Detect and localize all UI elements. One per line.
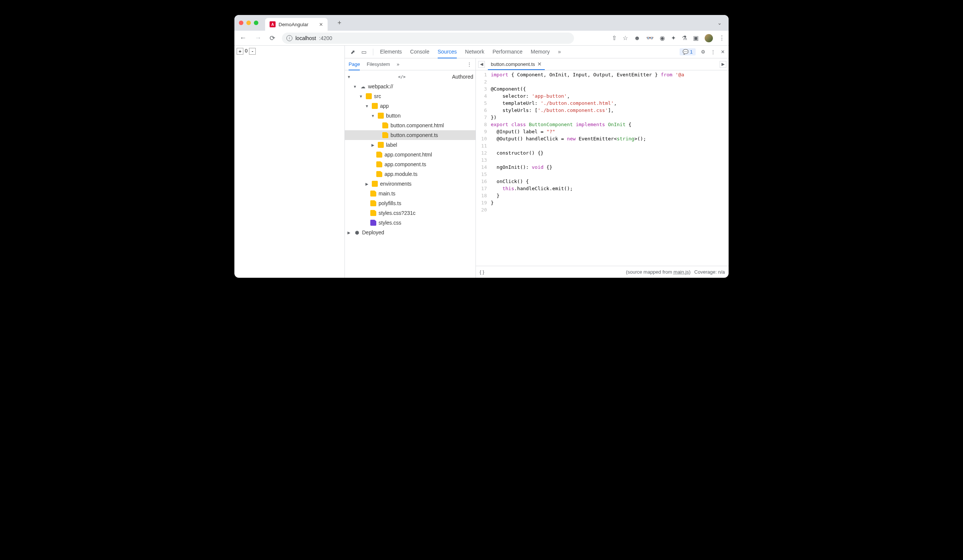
titlebar: A DemoAngular ✕ + ⌄ (234, 15, 729, 31)
close-window-button[interactable] (239, 21, 243, 25)
minimize-window-button[interactable] (246, 21, 251, 25)
labs-icon[interactable]: ⚗ (682, 34, 687, 42)
nav-tab-filesystem[interactable]: Filesystem (366, 59, 390, 70)
tab-sources[interactable]: Sources (438, 46, 457, 58)
tree-app-ts[interactable]: app.component.ts (345, 159, 475, 169)
tree-authored[interactable]: ▼</>Authored (345, 72, 475, 82)
nav-tab-page[interactable]: Page (349, 59, 360, 70)
settings-icon[interactable]: ⚙ (701, 49, 705, 55)
close-tab-button[interactable]: ✕ (319, 22, 323, 28)
site-info-icon[interactable]: i (287, 35, 292, 41)
tree-button-html[interactable]: button.component.html (345, 121, 475, 130)
tree-main-ts[interactable]: main.ts (345, 189, 475, 198)
editor-footer: { } (source mapped from main.js) Coverag… (476, 266, 729, 278)
toolbar-actions: ⇧ ☆ ☻ 👓 ◉ ✦ ⚗ ▣ ⋮ (612, 34, 725, 42)
tab-elements[interactable]: Elements (380, 46, 402, 58)
devtools-tabbar: ⬈ ▭ Elements Console Sources Network Per… (345, 46, 729, 58)
more-tabs-icon[interactable]: » (558, 46, 561, 58)
toggle-nav-icon[interactable]: ◀ (478, 61, 485, 68)
devtools-kebab-icon[interactable]: ⋮ (711, 49, 715, 55)
extension-icon-2[interactable]: 👓 (646, 34, 654, 42)
extension-icon-1[interactable]: ☻ (634, 35, 640, 42)
share-icon[interactable]: ⇧ (612, 34, 617, 42)
tree-button-folder[interactable]: ▼button (345, 111, 475, 121)
source-map-link[interactable]: main.js (674, 269, 689, 275)
forward-button[interactable]: → (253, 33, 263, 43)
editor-tab-active[interactable]: button.component.ts ✕ (488, 59, 545, 70)
traffic-lights (239, 21, 258, 25)
increment-button[interactable]: + (237, 48, 243, 55)
profile-avatar[interactable] (705, 34, 713, 42)
tab-console[interactable]: Console (410, 46, 429, 58)
source-editor: ◀ button.component.ts ✕ ▶ 1 2 3 4 5 6 7 … (476, 58, 729, 278)
reload-button[interactable]: ⟳ (268, 33, 277, 43)
tab-network[interactable]: Network (465, 46, 484, 58)
nav-more-icon[interactable]: » (397, 59, 399, 70)
decrement-button[interactable]: - (249, 48, 256, 55)
maximize-window-button[interactable] (254, 21, 258, 25)
url-host: localhost (295, 35, 316, 41)
angular-icon: A (269, 21, 276, 28)
url-port: :4200 (319, 35, 332, 41)
main-content: + 0 - ⬈ ▭ Elements Console Sources Netwo… (234, 46, 729, 278)
kebab-menu-icon[interactable]: ⋮ (719, 34, 725, 42)
browser-window: A DemoAngular ✕ + ⌄ ← → ⟳ i localhost:42… (234, 15, 729, 278)
line-gutter: 1 2 3 4 5 6 7 8 9 10 11 12 13 14 15 16 1… (476, 70, 490, 266)
address-bar[interactable]: i localhost:4200 (282, 32, 574, 44)
issues-badge[interactable]: 💬 1 (679, 48, 696, 55)
back-button[interactable]: ← (238, 33, 248, 43)
tree-polyfills[interactable]: polyfills.ts (345, 198, 475, 208)
toggle-debug-icon[interactable]: ▶ (720, 61, 726, 68)
tabs-menu-button[interactable]: ⌄ (715, 20, 724, 26)
counter-value: 0 (245, 48, 248, 53)
coverage-info: Coverage: n/a (694, 269, 725, 275)
tree-environments[interactable]: ▶environments (345, 179, 475, 189)
nav-kebab-icon[interactable]: ⋮ (467, 62, 472, 67)
tree-app[interactable]: ▼app (345, 101, 475, 111)
tree-app-html[interactable]: app.component.html (345, 150, 475, 159)
browser-toolbar: ← → ⟳ i localhost:4200 ⇧ ☆ ☻ 👓 ◉ ✦ ⚗ ▣ ⋮ (234, 31, 729, 46)
code-area[interactable]: 1 2 3 4 5 6 7 8 9 10 11 12 13 14 15 16 1… (476, 70, 729, 266)
page-viewport: + 0 - (234, 46, 345, 278)
tab-title: DemoAngular (279, 22, 308, 28)
sources-navigator: Page Filesystem » ⋮ ▼</>Authored ▼☁webpa… (345, 58, 476, 278)
tree-styles[interactable]: styles.css (345, 218, 475, 228)
devtools-panel: ⬈ ▭ Elements Console Sources Network Per… (345, 46, 729, 278)
new-tab-button[interactable]: + (334, 18, 345, 28)
tree-webpack[interactable]: ▼☁webpack:// (345, 82, 475, 91)
bookmark-icon[interactable]: ☆ (623, 34, 628, 42)
close-editor-tab-icon[interactable]: ✕ (537, 61, 542, 67)
tab-memory[interactable]: Memory (531, 46, 550, 58)
tree-app-module[interactable]: app.module.ts (345, 169, 475, 179)
tree-src[interactable]: ▼src (345, 91, 475, 101)
inspect-icon[interactable]: ⬈ (349, 49, 357, 55)
tree-styles-q[interactable]: styles.css?231c (345, 208, 475, 218)
extension-icon-3[interactable]: ◉ (660, 34, 665, 42)
tree-deployed[interactable]: ▶⬢Deployed (345, 228, 475, 237)
navigator-tabs: Page Filesystem » ⋮ (345, 58, 475, 70)
tree-label-folder[interactable]: ▶label (345, 140, 475, 150)
editor-tabs: ◀ button.component.ts ✕ ▶ (476, 58, 729, 70)
pretty-print-icon[interactable]: { } (480, 269, 484, 275)
extensions-icon[interactable]: ✦ (671, 34, 676, 42)
code-content: import { Component, OnInit, Input, Outpu… (490, 70, 687, 266)
sidepanel-icon[interactable]: ▣ (693, 34, 699, 42)
device-toolbar-icon[interactable]: ▭ (360, 49, 368, 55)
source-map-info: (source mapped from main.js) (626, 269, 691, 275)
tab-performance[interactable]: Performance (492, 46, 522, 58)
close-devtools-icon[interactable]: ✕ (721, 49, 725, 55)
file-tree: ▼</>Authored ▼☁webpack:// ▼src ▼app ▼but… (345, 70, 475, 278)
tree-button-ts[interactable]: button.component.ts (345, 130, 475, 140)
browser-tab[interactable]: A DemoAngular ✕ (265, 18, 327, 31)
